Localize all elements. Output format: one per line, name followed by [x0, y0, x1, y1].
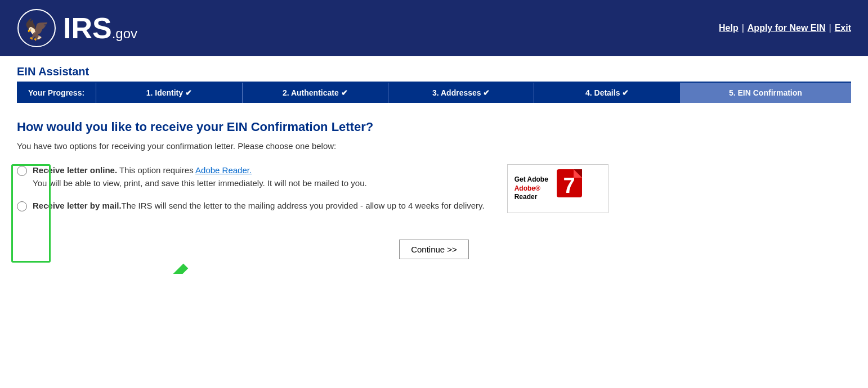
progress-step-identity: 1. Identity ✔ [96, 83, 242, 103]
progress-bar: Your Progress: 1. Identity ✔ 2. Authenti… [17, 83, 851, 103]
option-mail-bold: Receive letter by mail. [33, 201, 122, 210]
option-online-radio[interactable] [17, 166, 27, 176]
progress-step-authenticate: 2. Authenticate ✔ [243, 83, 388, 103]
adobe-get-text: Get Adobe [514, 175, 548, 183]
irs-eagle-logo: 🦅 [17, 8, 56, 48]
apply-for-new-ein-link[interactable]: Apply for New EIN [748, 23, 826, 33]
adobe-pdf-icon: 7 [554, 169, 585, 203]
progress-step-details: 4. Details ✔ [534, 83, 680, 103]
option-online-item: Receive letter online. This option requi… [17, 164, 485, 190]
adobe-reader-link[interactable]: Adobe Reader. [195, 165, 252, 175]
svg-text:🦅: 🦅 [24, 17, 50, 42]
continue-area: Continue >> [17, 240, 851, 259]
option-online-label[interactable]: Receive letter online. This option requi… [33, 164, 367, 190]
intro-text: You have two options for receiving your … [17, 141, 609, 151]
option-online-text: This option requires [117, 165, 195, 175]
progress-step-ein-confirmation: 5. EIN Confirmation [681, 83, 851, 103]
continue-button[interactable]: Continue >> [399, 240, 469, 259]
adobe-reader-text: Reader [514, 193, 538, 201]
option-mail-label[interactable]: Receive letter by mail.The IRS will send… [33, 200, 485, 213]
adobe-brand-text: Adobe® [514, 184, 540, 192]
green-arrow-annotation [90, 260, 191, 274]
ein-assistant-title: EIN Assistant [17, 65, 851, 83]
irs-logo-irs: IRS [63, 12, 112, 44]
option-mail-text: The IRS will send the letter to the mail… [122, 201, 485, 210]
separator-1: | [742, 23, 744, 33]
logo-area: 🦅 IRS.gov [17, 8, 137, 48]
separator-2: | [829, 23, 831, 33]
progress-step-addresses: 3. Addresses ✔ [388, 83, 534, 103]
section-title: How would you like to receive your EIN C… [17, 120, 609, 134]
adobe-badge-text: Get Adobe Adobe® Reader [514, 175, 548, 202]
help-link[interactable]: Help [719, 23, 739, 33]
irs-logo-text: IRS.gov [63, 13, 137, 43]
svg-text:7: 7 [563, 174, 575, 197]
page-content: How would you like to receive your EIN C… [17, 114, 851, 265]
option-mail-item: Receive letter by mail.The IRS will send… [17, 200, 485, 213]
svg-line-3 [107, 266, 186, 274]
header-navigation: Help | Apply for New EIN | Exit [719, 23, 851, 33]
adobe-icon: 7 [554, 169, 585, 208]
option-online-bold: Receive letter online. [33, 165, 117, 175]
main-container: EIN Assistant Your Progress: 1. Identity… [0, 56, 868, 274]
irs-logo-gov: .gov [112, 26, 137, 41]
options-list: Receive letter online. This option requi… [17, 164, 485, 223]
option-mail-radio[interactable] [17, 201, 27, 211]
progress-label: Your Progress: [17, 83, 96, 103]
page-header: 🦅 IRS.gov Help | Apply for New EIN | Exi… [0, 0, 868, 56]
options-area: Receive letter online. This option requi… [17, 164, 609, 223]
option-online-subtext: You will be able to view, print, and sav… [33, 178, 367, 188]
exit-link[interactable]: Exit [835, 23, 851, 33]
adobe-reader-badge: Get Adobe Adobe® Reader 7 [507, 164, 609, 213]
